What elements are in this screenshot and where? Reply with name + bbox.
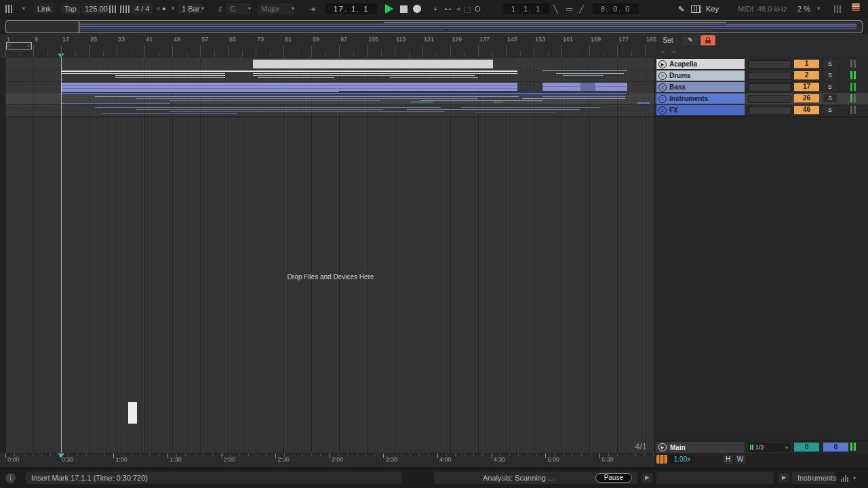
nudge-up-icon[interactable] [120,5,130,16]
group-fold-icon[interactable]: ≡ [658,83,667,92]
chevron-down-icon[interactable]: ▾ [785,445,788,451]
time-signature-field[interactable]: 4 / 4 [132,3,153,14]
track-name-cell[interactable]: ≡Drums [656,70,745,81]
track-row-instruments[interactable]: ≡Instruments26S [655,93,868,105]
automation-mode-icon[interactable]: ⊷ [444,3,452,14]
audio-clip-icon[interactable] [656,455,667,464]
track-number-box[interactable]: 46 [794,106,819,115]
loop-end-handle-icon[interactable]: ◁ [27,43,31,48]
set-locator-button[interactable]: Set [658,35,678,45]
draw-automation-button[interactable]: ✎ [682,35,698,45]
quantization-chooser[interactable]: 1 Bar [178,3,203,14]
loop-toggle-icon[interactable]: O [475,3,481,14]
zoom-level-field[interactable]: 1.00x [670,455,694,464]
key-map-button[interactable]: Key [706,3,719,14]
track-fader[interactable] [748,72,791,80]
preview-volume-field[interactable]: 0 [794,443,819,452]
solo-button[interactable]: S [823,83,837,91]
bar-tick-minor [604,51,604,57]
chevron-down-icon[interactable]: ▾ [853,475,856,481]
track-row-bass[interactable]: ≡Bass17S [655,81,868,94]
midi-map-button[interactable]: MIDI [738,3,753,14]
tap-tempo-button[interactable]: Tap [61,3,80,14]
beat-time-ruler[interactable]: ▷ ◁ Set ✎ ← → 19172533414957657381899710… [0,34,868,58]
group-fold-icon[interactable]: ≡ [658,106,667,115]
track-name-cell[interactable]: ≡Instruments [656,94,745,104]
chevron-down-icon[interactable]: ▾ [172,3,174,14]
track-number-box[interactable]: 26 [794,94,819,103]
loop-switch-icon[interactable]: ▭ [566,3,572,14]
preferences-bars-icon[interactable] [5,5,12,16]
group-fold-icon[interactable]: ≡ [658,72,667,80]
track-lane-bass[interactable] [5,81,654,94]
track-fader[interactable] [748,106,791,115]
track-fader[interactable] [748,60,791,68]
follow-button[interactable]: ⇥ [309,3,315,14]
draw-region-icon[interactable]: ⬚ [464,3,471,14]
arrangement-position-display[interactable]: 17. 1. 1 [326,3,377,14]
groove-quantize-icon[interactable]: ○ ● [157,3,165,14]
draw-mode-pencil-icon[interactable]: ✎ [678,3,684,14]
info-icon[interactable]: i [5,473,16,483]
main-track-header[interactable]: ▶ Main [656,442,745,453]
nudge-down-icon[interactable] [109,5,116,16]
main-track-row[interactable]: ▶ Main 1/2 ▾ 0 0 [655,441,868,453]
arrangement-overview[interactable] [5,20,863,33]
group-fold-icon[interactable]: ≡ [658,95,667,103]
loop-start-handle-icon[interactable]: ▷ [7,43,11,48]
add-locator-icon[interactable]: + [433,3,437,14]
track-name-cell[interactable]: ▶Acapella [656,59,745,69]
chevron-down-icon[interactable]: ▾ [201,3,204,14]
chevron-down-icon[interactable]: ▾ [292,3,294,14]
solo-button[interactable]: S [823,60,837,68]
track-lane-instruments[interactable] [5,93,654,105]
stop-button[interactable] [400,5,408,13]
time-ruler[interactable]: 0:000:301:001:302:002:303:003:304:004:30… [0,453,654,467]
track-lane-acapella[interactable] [5,58,654,70]
preview-play-icon[interactable]: ▶ [642,473,652,483]
chevron-down-icon[interactable]: ▾ [817,3,820,14]
track-lane-drums[interactable] [5,70,654,82]
track-name-cell[interactable]: ≡Bass [656,82,745,92]
tempo-field[interactable]: 125.00 [81,3,111,14]
loop-start-display[interactable]: 1. 1. 1 [503,3,549,14]
computer-midi-keyboard-icon[interactable] [691,5,701,13]
track-row-fx[interactable]: ≡FX46S [655,104,868,117]
punch-out-icon[interactable]: ╱ [579,3,584,14]
monitor-play-icon[interactable]: ▶ [778,473,789,483]
main-unfold-icon[interactable]: ▶ [658,443,667,451]
track-number-box[interactable]: 1 [794,60,819,68]
cue-out-chooser[interactable]: 1/2 ▾ [748,443,790,452]
zoom-width-button[interactable]: W [735,455,745,464]
punch-in-icon[interactable]: ╲ [553,3,558,14]
track-name-cell[interactable]: ≡FX [656,105,745,115]
track-number-box[interactable]: 2 [794,71,819,80]
arrangement-grid[interactable] [5,58,654,453]
zoom-height-button[interactable]: H [723,455,733,464]
prev-locator-button[interactable]: ← [659,47,667,55]
loop-length-display[interactable]: 8. 0. 0 [593,3,639,14]
scale-name-chooser[interactable]: Major [258,3,294,14]
loop-brace[interactable]: ▷ ◁ [6,42,32,49]
pause-button[interactable]: Pause [595,473,632,483]
track-unfold-icon[interactable]: ▶ [658,60,667,68]
scale-root-chooser[interactable]: C [226,3,251,14]
track-row-acapella[interactable]: ▶Acapella1S [655,58,868,70]
solo-button[interactable]: S [823,94,837,102]
chevron-down-icon[interactable]: ▾ [22,3,25,14]
play-button[interactable] [385,4,393,14]
track-number-box[interactable]: 17 [794,83,819,92]
arrangement-lock-button[interactable] [701,35,715,45]
track-fader[interactable] [748,95,791,103]
main-volume-field[interactable]: 0 [823,443,848,452]
record-button[interactable] [413,5,421,13]
track-lane-fx[interactable] [5,104,654,117]
track-fader[interactable] [748,83,791,92]
chevron-down-icon[interactable]: ▾ [248,3,251,14]
solo-button[interactable]: S [823,106,837,114]
preview-field[interactable] [656,472,773,484]
solo-button[interactable]: S [823,71,837,79]
track-row-drums[interactable]: ≡Drums2S [655,70,868,82]
next-locator-button[interactable]: → [669,47,677,55]
link-button[interactable]: Link [34,3,54,14]
